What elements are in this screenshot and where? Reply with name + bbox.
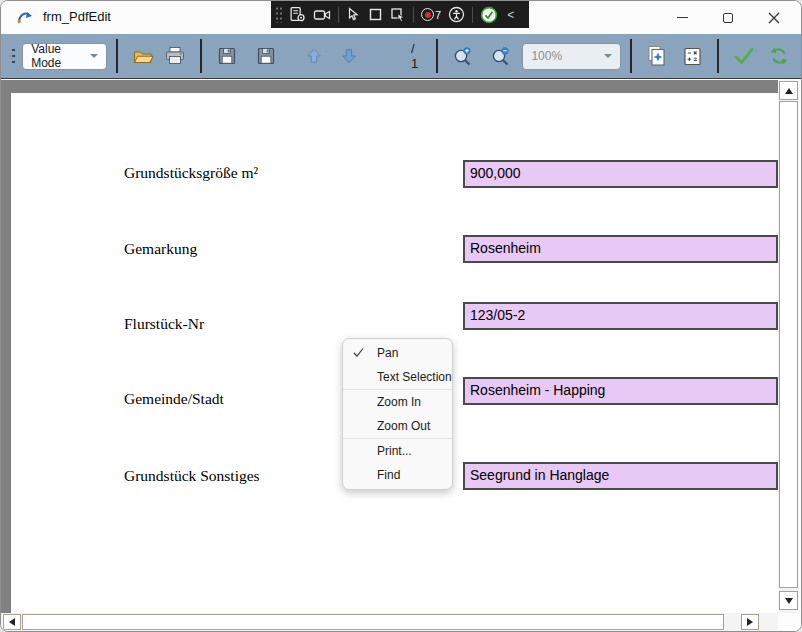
- page-down-button[interactable]: [338, 43, 360, 69]
- recording-icon: [421, 8, 434, 21]
- vertical-scroll-thumb[interactable]: [779, 101, 798, 588]
- context-menu: Pan Text Selection Zoom In Zoom Out Prin…: [342, 338, 453, 490]
- field-input-gemarkung[interactable]: Rosenheim: [463, 235, 778, 263]
- status-ok-icon[interactable]: [480, 6, 498, 24]
- chevron-down-icon: [604, 54, 612, 58]
- separator: [630, 39, 632, 73]
- triangle-right-icon: [747, 618, 753, 626]
- toolbar-grip[interactable]: [11, 47, 15, 65]
- zoom-dropdown[interactable]: 100%: [522, 43, 621, 70]
- separator: [436, 39, 438, 73]
- menu-item-zoom-in[interactable]: Zoom In: [343, 390, 452, 414]
- menu-item-print[interactable]: Print...: [343, 439, 452, 463]
- field-label-grundstuecksgroesse: Grundstücksgröße m²: [124, 164, 258, 182]
- save-button[interactable]: [216, 43, 238, 69]
- accessibility-icon[interactable]: [448, 6, 465, 23]
- field-label-gemarkung: Gemarkung: [124, 240, 197, 258]
- camera-icon[interactable]: [313, 7, 331, 23]
- collapse-icon[interactable]: <: [507, 8, 514, 22]
- zoom-out-button[interactable]: [490, 43, 512, 69]
- print-button[interactable]: [164, 43, 186, 69]
- field-input-gemeinde-stadt[interactable]: Rosenheim - Happing: [463, 377, 778, 405]
- window-title: frm_PdfEdit: [43, 9, 111, 24]
- page-indicator: / 1: [411, 41, 423, 71]
- zoom-in-button[interactable]: [452, 43, 474, 69]
- chevron-down-icon: [90, 54, 98, 58]
- field-input-grundstuecksgroesse[interactable]: 900,000: [463, 160, 778, 188]
- refresh-button[interactable]: [768, 43, 790, 69]
- separator: [413, 7, 414, 23]
- open-folder-button[interactable]: [132, 43, 154, 69]
- field-input-flurstueck-nr[interactable]: 123/05-2: [463, 302, 778, 330]
- mode-dropdown[interactable]: Value Mode: [22, 43, 107, 70]
- scroll-right-button[interactable]: [741, 614, 759, 630]
- scroll-down-button[interactable]: [779, 591, 798, 610]
- triangle-down-icon: [785, 598, 793, 604]
- field-input-grundstueck-sonstiges[interactable]: Seegrund in Hanglage: [463, 462, 778, 490]
- separator: [116, 39, 118, 73]
- menu-item-find[interactable]: Find: [343, 463, 452, 487]
- calculator-button[interactable]: [681, 43, 703, 69]
- separator: [200, 39, 202, 73]
- separator: [338, 7, 339, 23]
- apply-check-button[interactable]: [733, 43, 755, 69]
- minimize-button[interactable]: [659, 1, 705, 34]
- triangle-up-icon: [785, 88, 793, 94]
- maximize-button[interactable]: [705, 1, 751, 34]
- new-page-button[interactable]: [646, 43, 668, 69]
- save-as-button[interactable]: [256, 43, 278, 69]
- capture-toolbar: 7 <: [271, 1, 529, 28]
- field-label-gemeinde-stadt: Gemeinde/Stadt: [124, 390, 224, 408]
- horizontal-scrollbar[interactable]: [1, 613, 778, 632]
- recording-indicator[interactable]: 7: [421, 8, 441, 21]
- menu-item-pan[interactable]: Pan: [343, 341, 452, 365]
- menu-item-zoom-out[interactable]: Zoom Out: [343, 414, 452, 438]
- page-up-button[interactable]: [303, 43, 325, 69]
- window-controls: [659, 1, 797, 34]
- zoom-dropdown-value: 100%: [531, 49, 562, 63]
- horizontal-scroll-thumb[interactable]: [22, 614, 724, 630]
- titlebar: frm_PdfEdit 7: [1, 1, 801, 34]
- separator: [472, 7, 473, 23]
- cursor-region-icon[interactable]: [390, 7, 406, 22]
- scroll-left-button[interactable]: [3, 614, 21, 630]
- main-toolbar: Value Mode / 1 100%: [1, 34, 801, 79]
- app-window: frm_PdfEdit 7: [0, 0, 802, 632]
- region-icon[interactable]: [368, 7, 383, 22]
- recording-count: 7: [435, 9, 441, 21]
- grip-dots-icon[interactable]: [275, 6, 282, 23]
- form-settings-icon[interactable]: [289, 6, 306, 23]
- scroll-up-button[interactable]: [779, 81, 798, 100]
- scrollbar-corner: [778, 613, 802, 632]
- field-label-grundstueck-sonstiges: Grundstück Sonstiges: [124, 467, 260, 485]
- menu-item-text-selection[interactable]: Text Selection: [343, 365, 452, 389]
- mode-dropdown-value: Value Mode: [31, 42, 84, 70]
- field-label-flurstueck-nr: Flurstück-Nr: [124, 315, 204, 333]
- close-button[interactable]: [751, 1, 797, 34]
- check-icon: [352, 346, 365, 359]
- cursor-icon[interactable]: [346, 7, 361, 22]
- app-icon: [16, 8, 34, 26]
- triangle-left-icon: [9, 618, 15, 626]
- vertical-scrollbar[interactable]: [778, 80, 799, 613]
- separator: [717, 39, 719, 73]
